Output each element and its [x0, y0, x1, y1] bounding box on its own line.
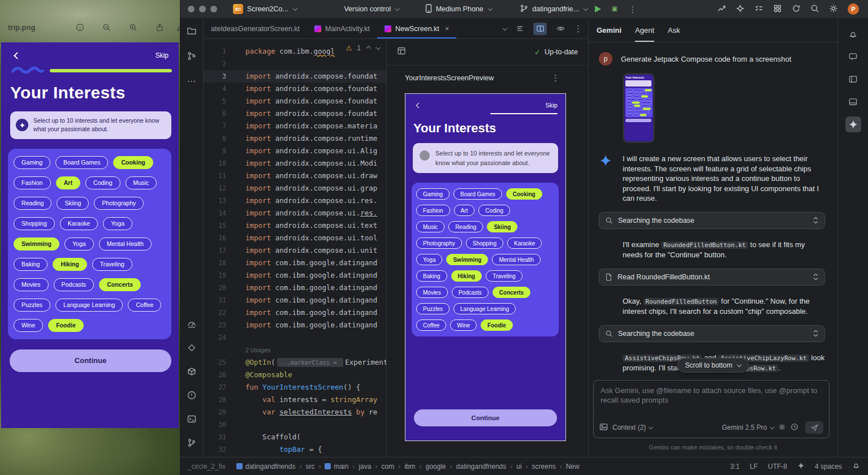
chevron-down-icon [649, 425, 653, 429]
agent-step[interactable]: Read RoundedFilledButton.kt [599, 269, 825, 286]
more-tool-windows-icon[interactable]: ⋯ [187, 76, 196, 87]
assistant-icon[interactable] [845, 49, 861, 64]
debug-button[interactable] [610, 4, 619, 15]
interest-chip-baking: Baking [14, 258, 47, 271]
line-separator[interactable]: LF [750, 463, 758, 470]
editor-tab[interactable]: MainActivity.kt [307, 19, 377, 38]
tab-agent[interactable]: Agent [635, 19, 654, 42]
resource-manager-icon[interactable] [187, 343, 197, 355]
git-tool-icon[interactable] [187, 438, 197, 450]
back-chevron-icon [14, 52, 21, 59]
scroll-to-bottom-button[interactable]: Scroll to bottom [677, 358, 749, 373]
settings-icon[interactable] [829, 4, 838, 15]
breadcrumb-item[interactable]: datingandfriends [236, 463, 296, 470]
device-explorer-icon[interactable] [845, 71, 861, 87]
gemini-prompt-input[interactable] [594, 381, 829, 416]
interest-chip-cooking: Cooking [506, 188, 542, 200]
breadcrumb-item[interactable]: ibm [404, 463, 415, 470]
tab-ask[interactable]: Ask [668, 19, 680, 42]
vcs-widget[interactable]: Version control [344, 5, 399, 13]
breadcrumb-item[interactable]: main [325, 463, 348, 470]
file-encoding[interactable]: UTF-8 [768, 463, 787, 470]
breadcrumb-item[interactable]: New [566, 463, 580, 470]
thumbnail-chip [637, 98, 644, 101]
expand-collapse-icon[interactable] [813, 273, 819, 280]
zoom-in-icon[interactable] [129, 23, 137, 32]
zoom-out-icon[interactable] [102, 23, 111, 32]
gemini-input-box[interactable]: Context (2) Gemini 2.5 Pro [593, 380, 830, 438]
agent-step[interactable]: Searching the codebase [599, 212, 825, 229]
context-dropdown[interactable]: Context (2) [612, 424, 653, 431]
project-widget[interactable]: SC Screen2Co... [233, 4, 296, 14]
code-reference: RoundedFilledButton [644, 298, 719, 305]
project-tool-icon[interactable] [187, 26, 197, 38]
send-button[interactable] [805, 421, 823, 434]
next-problem-icon[interactable] [375, 45, 380, 50]
editor-options-icon[interactable]: ⋮ [574, 24, 582, 33]
code-editor[interactable]: 1package com.ibm.googl23import androidx.… [204, 39, 386, 457]
line-number [204, 344, 226, 356]
thumbnail-title: Your Interests [625, 76, 652, 80]
run-button[interactable] [595, 6, 601, 12]
run-config-widget[interactable]: datingandfrie... [520, 4, 587, 14]
search-everywhere-icon[interactable] [810, 4, 819, 15]
todo-list-icon[interactable] [754, 4, 763, 15]
code-line: 31 Scaffold( [204, 431, 386, 443]
terminal-tool-icon[interactable] [187, 414, 197, 426]
profiler-icon[interactable] [717, 4, 726, 15]
close-window-button[interactable] [188, 6, 195, 12]
profiler-tool-icon[interactable] [187, 319, 197, 331]
caret-position[interactable]: 3:1 [730, 463, 740, 470]
share-icon[interactable] [156, 23, 164, 32]
breadcrumb-item[interactable]: com [381, 463, 394, 470]
hidden-tabs-chevron-icon[interactable] [502, 26, 507, 31]
agent-step[interactable]: Searching the codebase [599, 325, 825, 342]
split-view-icon[interactable] [533, 23, 547, 35]
problems-tool-icon[interactable] [187, 390, 197, 403]
device-selector[interactable]: Medium Phone [425, 4, 492, 15]
attached-screenshot-thumbnail[interactable]: Your Interests [623, 73, 655, 143]
info-icon[interactable] [76, 23, 84, 32]
model-dropdown[interactable]: Gemini 2.5 Pro [722, 424, 774, 431]
gemini-settings-icon[interactable] [778, 423, 786, 433]
user-avatar[interactable]: P [848, 3, 859, 15]
indent-config[interactable]: 4 spaces [815, 463, 842, 470]
gemini-status-icon[interactable] [797, 462, 805, 471]
expand-collapse-icon[interactable] [813, 217, 819, 224]
extensions-icon[interactable] [773, 4, 782, 15]
progress-bar [50, 69, 172, 72]
more-run-actions-icon[interactable]: ⋮ [628, 5, 637, 14]
breadcrumb-item[interactable]: datingandfriends [456, 463, 507, 470]
inspections-widget[interactable]: ⚠ 1 [344, 44, 382, 53]
usages-inlay-hint[interactable]: 2 Usages [245, 347, 270, 353]
minimize-window-button[interactable] [199, 6, 206, 12]
history-icon[interactable] [791, 423, 798, 433]
gemini-icon[interactable] [845, 116, 861, 132]
expand-collapse-icon[interactable] [813, 330, 819, 337]
preview-layout-icon[interactable] [397, 46, 406, 58]
ai-actions-icon[interactable] [736, 4, 745, 15]
zoom-window-button[interactable] [210, 6, 217, 12]
attach-image-icon[interactable] [599, 423, 608, 433]
notifications-icon[interactable] [845, 26, 861, 42]
chevron-down-icon [488, 6, 493, 11]
breadcrumb-item[interactable]: src [305, 463, 314, 470]
editor-tab[interactable]: NewScreen.kt× [377, 19, 456, 38]
running-devices-icon[interactable] [845, 94, 861, 110]
design-view-icon[interactable] [554, 23, 567, 35]
sync-icon[interactable] [792, 4, 801, 15]
editor-tab[interactable]: ateIdeasGeneratorScreen.kt [204, 19, 307, 38]
close-tab-icon[interactable]: × [445, 24, 450, 33]
thumbnail-chip-grid [625, 88, 653, 118]
prev-problem-icon[interactable] [366, 46, 371, 51]
build-tool-icon[interactable] [187, 366, 197, 379]
commit-tool-icon[interactable] [187, 51, 197, 63]
statusbar-notifications-icon[interactable] [852, 461, 860, 471]
breadcrumb-item[interactable]: ui [516, 463, 521, 470]
preview-options-icon[interactable]: ⋮ [551, 74, 560, 82]
preview-name[interactable]: YourInterestsScreenPreview [405, 74, 494, 82]
code-view-icon[interactable] [513, 23, 526, 35]
breadcrumb-item[interactable]: screens [532, 463, 556, 470]
breadcrumb-item[interactable]: java [359, 463, 371, 470]
breadcrumb-item[interactable]: google [425, 463, 446, 470]
